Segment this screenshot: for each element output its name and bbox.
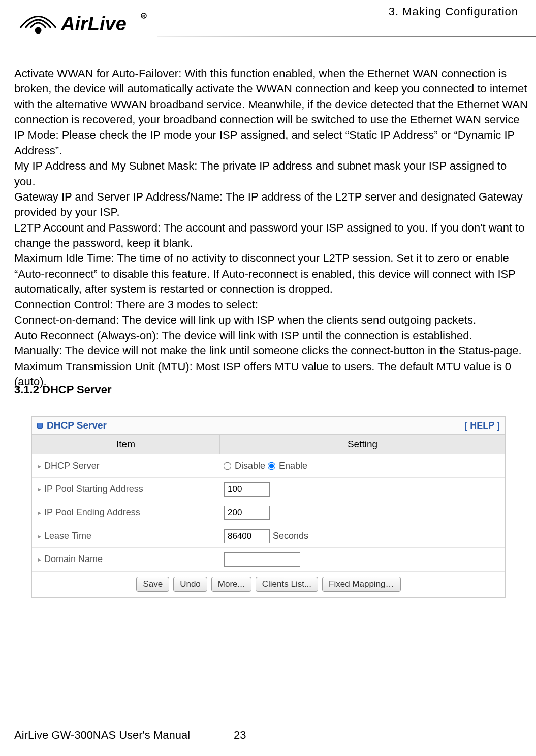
paragraph: Connection Control: There are 3 modes to…: [14, 297, 528, 312]
domain-input[interactable]: [224, 552, 300, 567]
arrow-icon: ▸: [38, 486, 41, 493]
paragraph: Connect-on-demand: The device will link …: [14, 313, 528, 328]
footer-manual-name: AirLive GW-300NAS User's Manual: [14, 729, 190, 742]
row-setting-lease: Seconds: [220, 526, 505, 546]
table-row: ▸ IP Pool Starting Address: [32, 478, 505, 501]
fixed-mapping-button[interactable]: Fixed Mapping…: [322, 577, 401, 592]
page-header: AirLive R 3. Making Configuration: [0, 0, 536, 51]
row-label-ip-end: ▸ IP Pool Ending Address: [32, 502, 220, 523]
paragraph: IP Mode: Please check the IP mode your I…: [14, 127, 528, 158]
row-label-lease: ▸ Lease Time: [32, 525, 220, 546]
arrow-icon: ▸: [38, 533, 41, 540]
label-text: Lease Time: [44, 531, 91, 541]
arrow-icon: ▸: [38, 509, 41, 516]
svg-point-0: [36, 28, 41, 33]
row-setting-domain: [220, 549, 505, 570]
panel-icon: [37, 423, 43, 429]
arrow-icon: ▸: [38, 556, 41, 563]
row-setting-ip-start: [220, 479, 505, 500]
svg-text:R: R: [142, 14, 145, 19]
paragraph: L2TP Account and Password: The account a…: [14, 220, 528, 251]
footer-page-number: 23: [234, 729, 246, 742]
body-content: Activate WWAN for Auto-Failover: With th…: [14, 66, 528, 390]
section-heading: 3.1.2 DHCP Server: [14, 383, 112, 397]
row-label-dhcp-server: ▸ DHCP Server: [32, 455, 220, 476]
ip-end-input[interactable]: [224, 506, 270, 520]
svg-text:AirLive: AirLive: [60, 13, 127, 35]
header-divider: [157, 36, 536, 37]
radio-disable-label: Disable: [235, 461, 265, 471]
label-text: Domain Name: [44, 554, 103, 565]
paragraph: Activate WWAN for Auto-Failover: With th…: [14, 66, 528, 127]
radio-disable[interactable]: [224, 462, 232, 470]
label-text: IP Pool Starting Address: [44, 484, 143, 495]
table-row: ▸ Lease Time Seconds: [32, 524, 505, 548]
more-button[interactable]: More...: [211, 577, 251, 592]
label-text: DHCP Server: [44, 461, 100, 471]
row-setting-dhcp-server: Disable Enable: [220, 457, 505, 474]
panel-header: DHCP Server [ HELP ]: [32, 417, 505, 435]
column-header-item: Item: [32, 435, 220, 454]
ip-start-input[interactable]: [224, 482, 270, 497]
panel-title: DHCP Server: [47, 420, 107, 431]
radio-enable[interactable]: [268, 462, 276, 470]
lease-input[interactable]: [224, 529, 270, 543]
row-setting-ip-end: [220, 503, 505, 523]
paragraph: Auto Reconnect (Always-on): The device w…: [14, 328, 528, 343]
airlive-logo: AirLive R: [15, 3, 157, 45]
table-row: ▸ DHCP Server Disable Enable: [32, 454, 505, 478]
label-text: IP Pool Ending Address: [44, 507, 140, 518]
table-row: ▸ IP Pool Ending Address: [32, 501, 505, 524]
row-label-domain: ▸ Domain Name: [32, 549, 220, 570]
arrow-icon: ▸: [38, 463, 41, 470]
row-label-ip-start: ▸ IP Pool Starting Address: [32, 479, 220, 500]
clients-list-button[interactable]: Clients List...: [256, 577, 318, 592]
dhcp-server-panel: DHCP Server [ HELP ] Item Setting ▸ DHCP…: [31, 416, 506, 598]
button-bar: Save Undo More... Clients List... Fixed …: [32, 571, 505, 597]
save-button[interactable]: Save: [136, 577, 169, 592]
paragraph: Gateway IP and Server IP Address/Name: T…: [14, 189, 528, 220]
help-link[interactable]: [ HELP ]: [464, 420, 500, 431]
paragraph: Manually: The device will not make the l…: [14, 343, 528, 358]
lease-unit: Seconds: [273, 531, 308, 541]
radio-enable-label: Enable: [279, 461, 307, 471]
paragraph: Maximum Idle Time: The time of no activi…: [14, 251, 528, 297]
undo-button[interactable]: Undo: [173, 577, 207, 592]
table-row: ▸ Domain Name: [32, 548, 505, 571]
column-header-setting: Setting: [220, 435, 505, 454]
paragraph: My IP Address and My Subnet Mask: The pr…: [14, 158, 528, 189]
chapter-label: 3. Making Configuration: [389, 5, 518, 18]
table-header: Item Setting: [32, 435, 505, 454]
